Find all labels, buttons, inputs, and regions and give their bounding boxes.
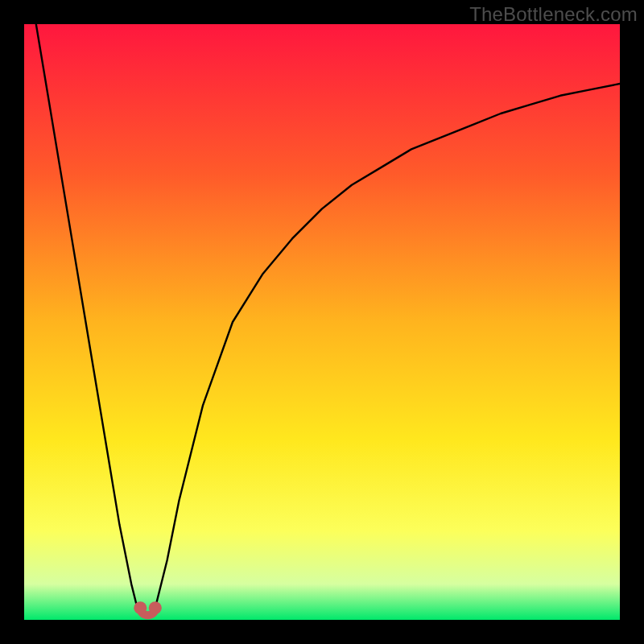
marker-dot (149, 601, 162, 614)
plot-area (24, 24, 620, 620)
chart-svg (24, 24, 620, 620)
marker-dot (134, 601, 147, 614)
gradient-bg (24, 24, 620, 620)
chart-frame: TheBottleneck.com (0, 0, 644, 644)
watermark-text: TheBottleneck.com (469, 3, 638, 26)
